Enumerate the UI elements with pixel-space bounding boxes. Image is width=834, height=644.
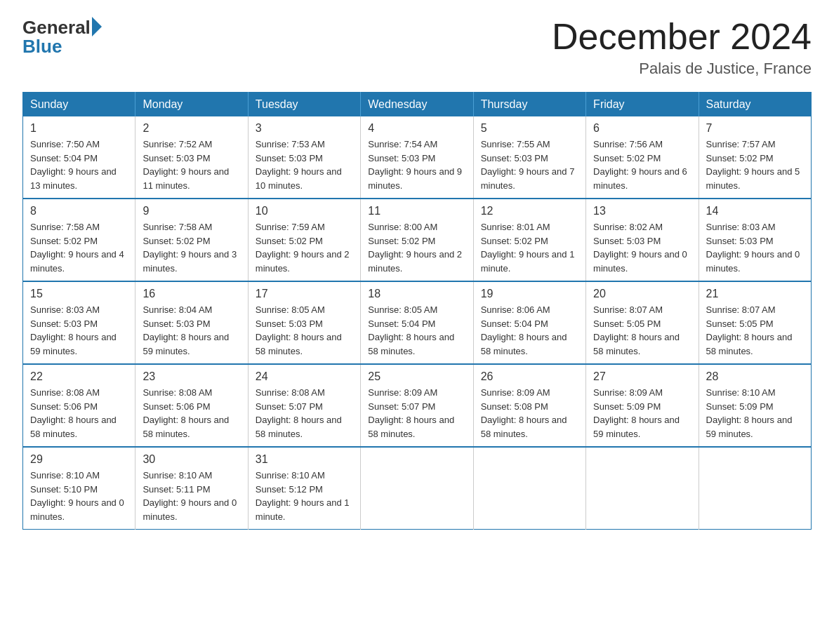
calendar-cell: 21Sunrise: 8:07 AMSunset: 5:05 PMDayligh… xyxy=(699,281,811,364)
day-info: Sunrise: 8:07 AMSunset: 5:05 PMDaylight:… xyxy=(593,303,691,358)
day-number: 16 xyxy=(143,288,240,300)
calendar-cell: 4Sunrise: 7:54 AMSunset: 5:03 PMDaylight… xyxy=(361,116,473,199)
day-number: 23 xyxy=(143,370,240,383)
calendar-cell: 20Sunrise: 8:07 AMSunset: 5:05 PMDayligh… xyxy=(586,281,699,364)
calendar-week-row: 15Sunrise: 8:03 AMSunset: 5:03 PMDayligh… xyxy=(23,281,812,364)
calendar-cell xyxy=(699,447,811,530)
day-info: Sunrise: 8:09 AMSunset: 5:09 PMDaylight:… xyxy=(593,386,691,441)
day-number: 10 xyxy=(256,205,353,217)
day-info: Sunrise: 8:04 AMSunset: 5:03 PMDaylight:… xyxy=(143,303,240,358)
day-number: 24 xyxy=(256,370,353,383)
calendar-cell xyxy=(473,447,585,530)
day-info: Sunrise: 7:52 AMSunset: 5:03 PMDaylight:… xyxy=(143,137,240,192)
calendar-cell: 6Sunrise: 7:56 AMSunset: 5:02 PMDaylight… xyxy=(586,116,699,199)
weekday-header-saturday: Saturday xyxy=(699,93,811,117)
calendar-cell: 3Sunrise: 7:53 AMSunset: 5:03 PMDaylight… xyxy=(248,116,360,199)
calendar-cell: 25Sunrise: 8:09 AMSunset: 5:07 PMDayligh… xyxy=(361,364,473,447)
day-number: 22 xyxy=(30,370,128,383)
page-header: General Blue December 2024 Palais de Jus… xyxy=(22,17,812,78)
day-number: 19 xyxy=(481,288,578,300)
day-info: Sunrise: 7:54 AMSunset: 5:03 PMDaylight:… xyxy=(368,137,465,192)
day-number: 27 xyxy=(593,370,691,383)
day-info: Sunrise: 8:01 AMSunset: 5:02 PMDaylight:… xyxy=(481,220,578,275)
calendar-week-row: 22Sunrise: 8:08 AMSunset: 5:06 PMDayligh… xyxy=(23,364,812,447)
calendar-body: 1Sunrise: 7:50 AMSunset: 5:04 PMDaylight… xyxy=(23,116,812,530)
calendar-cell: 18Sunrise: 8:05 AMSunset: 5:04 PMDayligh… xyxy=(361,281,473,364)
calendar-cell: 9Sunrise: 7:58 AMSunset: 5:02 PMDaylight… xyxy=(135,199,248,281)
day-number: 4 xyxy=(368,122,465,135)
calendar-cell: 2Sunrise: 7:52 AMSunset: 5:03 PMDaylight… xyxy=(135,116,248,199)
day-info: Sunrise: 8:10 AMSunset: 5:11 PMDaylight:… xyxy=(143,469,240,523)
day-number: 31 xyxy=(256,453,353,466)
calendar-cell: 11Sunrise: 8:00 AMSunset: 5:02 PMDayligh… xyxy=(361,199,473,281)
calendar-week-row: 29Sunrise: 8:10 AMSunset: 5:10 PMDayligh… xyxy=(23,447,812,530)
day-info: Sunrise: 7:53 AMSunset: 5:03 PMDaylight:… xyxy=(256,137,353,192)
day-number: 28 xyxy=(706,370,804,383)
logo-triangle-icon xyxy=(92,17,102,36)
calendar-cell: 31Sunrise: 8:10 AMSunset: 5:12 PMDayligh… xyxy=(248,447,360,530)
weekday-header-thursday: Thursday xyxy=(473,93,585,117)
calendar-cell: 19Sunrise: 8:06 AMSunset: 5:04 PMDayligh… xyxy=(473,281,585,364)
day-info: Sunrise: 8:10 AMSunset: 5:12 PMDaylight:… xyxy=(256,469,353,523)
day-number: 25 xyxy=(368,370,465,383)
calendar-cell: 23Sunrise: 8:08 AMSunset: 5:06 PMDayligh… xyxy=(135,364,248,447)
day-info: Sunrise: 8:08 AMSunset: 5:06 PMDaylight:… xyxy=(30,386,128,441)
calendar-cell: 28Sunrise: 8:10 AMSunset: 5:09 PMDayligh… xyxy=(699,364,811,447)
calendar-cell: 5Sunrise: 7:55 AMSunset: 5:03 PMDaylight… xyxy=(473,116,585,199)
calendar-cell xyxy=(361,447,473,530)
calendar-week-row: 8Sunrise: 7:58 AMSunset: 5:02 PMDaylight… xyxy=(23,199,812,281)
calendar-cell xyxy=(586,447,699,530)
calendar-header: SundayMondayTuesdayWednesdayThursdayFrid… xyxy=(23,93,812,117)
calendar-cell: 24Sunrise: 8:08 AMSunset: 5:07 PMDayligh… xyxy=(248,364,360,447)
month-title: December 2024 xyxy=(552,17,812,57)
calendar-cell: 8Sunrise: 7:58 AMSunset: 5:02 PMDaylight… xyxy=(23,199,135,281)
day-number: 20 xyxy=(593,288,691,300)
day-info: Sunrise: 8:00 AMSunset: 5:02 PMDaylight:… xyxy=(368,220,465,275)
day-number: 13 xyxy=(593,205,691,217)
day-number: 3 xyxy=(256,122,353,135)
calendar-cell: 12Sunrise: 8:01 AMSunset: 5:02 PMDayligh… xyxy=(473,199,585,281)
day-info: Sunrise: 8:06 AMSunset: 5:04 PMDaylight:… xyxy=(481,303,578,358)
day-number: 12 xyxy=(481,205,578,217)
day-info: Sunrise: 8:09 AMSunset: 5:07 PMDaylight:… xyxy=(368,386,465,441)
day-info: Sunrise: 8:05 AMSunset: 5:03 PMDaylight:… xyxy=(256,303,353,358)
day-number: 2 xyxy=(143,122,240,135)
day-number: 29 xyxy=(30,453,128,466)
calendar-week-row: 1Sunrise: 7:50 AMSunset: 5:04 PMDaylight… xyxy=(23,116,812,199)
calendar-cell: 1Sunrise: 7:50 AMSunset: 5:04 PMDaylight… xyxy=(23,116,135,199)
day-info: Sunrise: 7:59 AMSunset: 5:02 PMDaylight:… xyxy=(256,220,353,275)
weekday-header-tuesday: Tuesday xyxy=(248,93,360,117)
day-number: 14 xyxy=(706,205,804,217)
day-info: Sunrise: 8:10 AMSunset: 5:10 PMDaylight:… xyxy=(30,469,128,523)
day-info: Sunrise: 7:58 AMSunset: 5:02 PMDaylight:… xyxy=(30,220,128,275)
calendar-cell: 16Sunrise: 8:04 AMSunset: 5:03 PMDayligh… xyxy=(135,281,248,364)
day-info: Sunrise: 8:02 AMSunset: 5:03 PMDaylight:… xyxy=(593,220,691,275)
day-number: 1 xyxy=(30,122,128,135)
day-info: Sunrise: 7:58 AMSunset: 5:02 PMDaylight:… xyxy=(143,220,240,275)
calendar-cell: 30Sunrise: 8:10 AMSunset: 5:11 PMDayligh… xyxy=(135,447,248,530)
day-number: 8 xyxy=(30,205,128,217)
weekday-header-row: SundayMondayTuesdayWednesdayThursdayFrid… xyxy=(23,93,812,117)
logo: General Blue xyxy=(22,17,102,58)
day-number: 15 xyxy=(30,288,128,300)
day-info: Sunrise: 7:57 AMSunset: 5:02 PMDaylight:… xyxy=(706,137,804,192)
day-info: Sunrise: 8:09 AMSunset: 5:08 PMDaylight:… xyxy=(481,386,578,441)
day-number: 26 xyxy=(481,370,578,383)
day-number: 5 xyxy=(481,122,578,135)
location-subtitle: Palais de Justice, France xyxy=(552,60,812,78)
calendar-cell: 17Sunrise: 8:05 AMSunset: 5:03 PMDayligh… xyxy=(248,281,360,364)
day-info: Sunrise: 8:05 AMSunset: 5:04 PMDaylight:… xyxy=(368,303,465,358)
logo-blue-text: Blue xyxy=(22,36,62,58)
calendar-cell: 26Sunrise: 8:09 AMSunset: 5:08 PMDayligh… xyxy=(473,364,585,447)
weekday-header-wednesday: Wednesday xyxy=(361,93,473,117)
day-info: Sunrise: 8:08 AMSunset: 5:06 PMDaylight:… xyxy=(143,386,240,441)
day-info: Sunrise: 8:03 AMSunset: 5:03 PMDaylight:… xyxy=(706,220,804,275)
day-number: 18 xyxy=(368,288,465,300)
calendar-cell: 10Sunrise: 7:59 AMSunset: 5:02 PMDayligh… xyxy=(248,199,360,281)
day-info: Sunrise: 7:55 AMSunset: 5:03 PMDaylight:… xyxy=(481,137,578,192)
day-info: Sunrise: 8:03 AMSunset: 5:03 PMDaylight:… xyxy=(30,303,128,358)
header-title-section: December 2024 Palais de Justice, France xyxy=(552,17,812,78)
day-number: 6 xyxy=(593,122,691,135)
weekday-header-friday: Friday xyxy=(586,93,699,117)
day-info: Sunrise: 8:08 AMSunset: 5:07 PMDaylight:… xyxy=(256,386,353,441)
